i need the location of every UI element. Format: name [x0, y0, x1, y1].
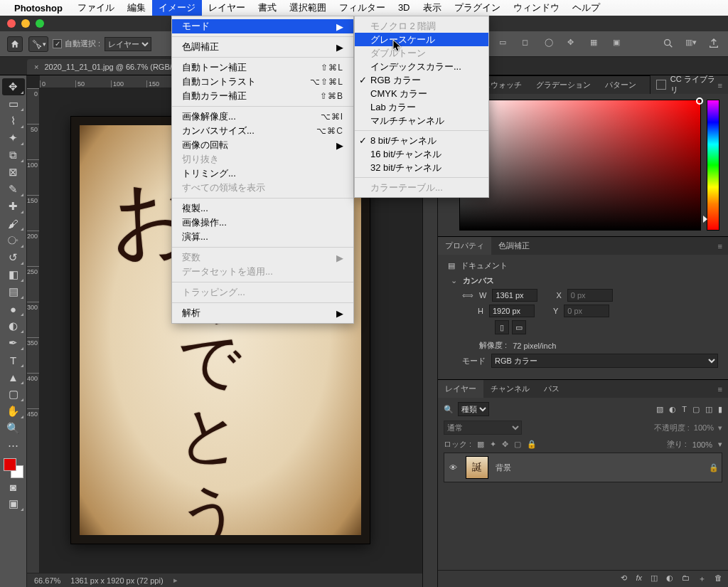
- orientation-buttons[interactable]: ▯▭: [495, 320, 718, 334]
- new-group-icon[interactable]: 🗀: [682, 573, 690, 584]
- tab-properties[interactable]: プロパティ: [438, 237, 491, 255]
- marquee-tool[interactable]: ▭: [2, 95, 25, 112]
- app-name[interactable]: Photoshop: [14, 3, 63, 14]
- menu-edit[interactable]: 編集: [121, 0, 152, 16]
- layer-mask-icon[interactable]: ◫: [651, 573, 658, 584]
- tab-paths[interactable]: パス: [537, 380, 567, 398]
- workspace-switcher-icon[interactable]: ▥▾: [685, 38, 698, 51]
- edit-toolbar[interactable]: ⋯: [2, 437, 25, 454]
- shape-tool[interactable]: ▢: [2, 386, 25, 403]
- 3d-mode-icon[interactable]: ◻: [522, 38, 535, 51]
- menu-item-analysis[interactable]: 解析▶: [172, 306, 353, 320]
- mode-grayscale[interactable]: グレースケール: [355, 33, 488, 46]
- lock-all-icon[interactable]: 🔒: [527, 440, 537, 449]
- layer-filter-kind[interactable]: 種類: [458, 402, 489, 416]
- quick-select-tool[interactable]: ✦: [2, 129, 25, 147]
- tab-channels[interactable]: チャンネル: [483, 380, 537, 398]
- blend-mode-select[interactable]: 通常: [444, 421, 522, 435]
- menu-item-mode[interactable]: モード▶: [172, 19, 353, 33]
- menu-item-adjustments[interactable]: 色調補正▶: [172, 40, 353, 54]
- dodge-tool[interactable]: ◐: [2, 317, 25, 334]
- auto-select-checkbox[interactable]: ✓: [53, 39, 62, 48]
- mode-cmyk[interactable]: CMYK カラー: [355, 87, 488, 100]
- color-mode-select[interactable]: RGB カラー: [491, 354, 718, 368]
- hue-slider[interactable]: [707, 100, 719, 231]
- delete-layer-icon[interactable]: 🗑: [714, 573, 722, 584]
- menu-layer[interactable]: レイヤー: [202, 0, 252, 16]
- frame-tool[interactable]: ⊠: [2, 164, 25, 181]
- menu-item-auto-tone[interactable]: 自動トーン補正⇧⌘L: [172, 60, 353, 75]
- layer-thumbnail[interactable]: 誕: [466, 456, 488, 479]
- layer-fx-icon[interactable]: fx: [636, 573, 642, 584]
- screen-mode-toggle[interactable]: ▣: [2, 495, 25, 512]
- gradient-tool[interactable]: ▤: [2, 283, 25, 300]
- mode-lab[interactable]: Lab カラー: [355, 100, 488, 114]
- lock-pixels-icon[interactable]: ▩: [477, 440, 484, 449]
- tab-pattern[interactable]: パターン: [598, 76, 643, 94]
- menu-item-calculations[interactable]: 演算...: [172, 230, 353, 244]
- menu-item-canvas-size[interactable]: カンバスサイズ...⌥⌘C: [172, 124, 353, 138]
- tab-adjustments[interactable]: 色調補正: [491, 237, 537, 255]
- mode-16bit[interactable]: 16 bit/チャンネル: [355, 147, 488, 161]
- tab-layers[interactable]: レイヤー: [438, 380, 483, 398]
- mode-rgb[interactable]: ✓RGB カラー: [355, 73, 488, 87]
- lasso-tool[interactable]: ⌇: [2, 112, 25, 129]
- eraser-tool[interactable]: ◧: [2, 266, 25, 283]
- mode-indexed[interactable]: インデックスカラー...: [355, 60, 488, 73]
- quick-mask-toggle[interactable]: ◙: [2, 478, 25, 495]
- fill-value[interactable]: 100%: [692, 440, 712, 449]
- crop-tool[interactable]: ⧉: [2, 147, 25, 164]
- zoom-level[interactable]: 66.67%: [34, 576, 60, 585]
- menu-3d[interactable]: 3D: [392, 0, 417, 16]
- menu-help[interactable]: ヘルプ: [566, 0, 606, 16]
- menu-select[interactable]: 選択範囲: [283, 0, 333, 16]
- filter-shape-icon[interactable]: ▢: [692, 405, 700, 414]
- canvas-height-field[interactable]: [489, 305, 535, 317]
- maximize-window-icon[interactable]: [36, 19, 44, 28]
- filter-adjust-icon[interactable]: ◐: [669, 405, 676, 414]
- menu-filter[interactable]: フィルター: [333, 0, 392, 16]
- opacity-value[interactable]: 100%: [694, 423, 714, 432]
- menu-file[interactable]: ファイル: [71, 0, 121, 16]
- panel-menu-icon[interactable]: ≡: [712, 239, 728, 253]
- blur-tool[interactable]: ●: [2, 300, 25, 317]
- history-brush-tool[interactable]: ↺: [2, 249, 25, 266]
- layer-row-background[interactable]: 👁 誕 背景 🔒: [444, 453, 722, 482]
- canvas-section-label[interactable]: カンバス: [463, 275, 494, 286]
- menu-item-image-size[interactable]: 画像解像度...⌥⌘I: [172, 110, 353, 124]
- mode-8bit[interactable]: ✓8 bit/チャンネル: [355, 134, 488, 147]
- lock-move-icon[interactable]: ✥: [502, 440, 508, 449]
- minimize-window-icon[interactable]: [21, 19, 30, 28]
- align-icon[interactable]: ▭: [499, 38, 512, 51]
- zoom-tool[interactable]: 🔍: [2, 420, 25, 437]
- visibility-toggle-icon[interactable]: 👁: [447, 463, 459, 472]
- lock-position-icon[interactable]: ✦: [490, 440, 496, 449]
- portrait-icon[interactable]: ▯: [495, 320, 509, 334]
- document-tab[interactable]: × 2020_11_21_01.jpg @ 66.7% (RGB/8): [27, 59, 186, 75]
- menu-window[interactable]: ウィンドウ: [507, 0, 566, 16]
- healing-tool[interactable]: ✚: [2, 198, 25, 215]
- transform-controls-icon[interactable]: ✥: [567, 38, 580, 51]
- mask-mode-icon[interactable]: ◯: [545, 38, 557, 51]
- close-tab-icon[interactable]: ×: [34, 63, 38, 71]
- tab-gradient[interactable]: グラデーション: [529, 76, 598, 94]
- auto-select-target[interactable]: レイヤー: [105, 37, 151, 51]
- mode-multichannel[interactable]: マルチチャンネル: [355, 114, 488, 127]
- lock-artboard-icon[interactable]: ▢: [514, 440, 521, 449]
- filter-toggle-icon[interactable]: ▮: [718, 405, 722, 414]
- canvas-width-field[interactable]: [492, 289, 537, 302]
- close-window-icon[interactable]: [7, 19, 16, 28]
- camera-icon[interactable]: ▣: [613, 38, 626, 51]
- filter-pixel-icon[interactable]: ▧: [656, 405, 663, 414]
- filter-smart-icon[interactable]: ◫: [705, 405, 712, 414]
- menu-item-duplicate[interactable]: 複製...: [172, 201, 353, 216]
- menu-item-auto-contrast[interactable]: 自動コントラスト⌥⇧⌘L: [172, 75, 353, 89]
- menu-item-trim[interactable]: トリミング...: [172, 166, 353, 181]
- hand-tool[interactable]: ✋: [2, 403, 25, 420]
- menu-image[interactable]: イメージ: [152, 0, 202, 16]
- landscape-icon[interactable]: ▭: [512, 320, 526, 334]
- menu-item-auto-color[interactable]: 自動カラー補正⇧⌘B: [172, 89, 353, 103]
- document-info[interactable]: 1361 px x 1920 px (72 ppi): [70, 576, 163, 585]
- clone-stamp-tool[interactable]: ⧂: [2, 232, 25, 249]
- filter-type-icon[interactable]: T: [682, 405, 687, 414]
